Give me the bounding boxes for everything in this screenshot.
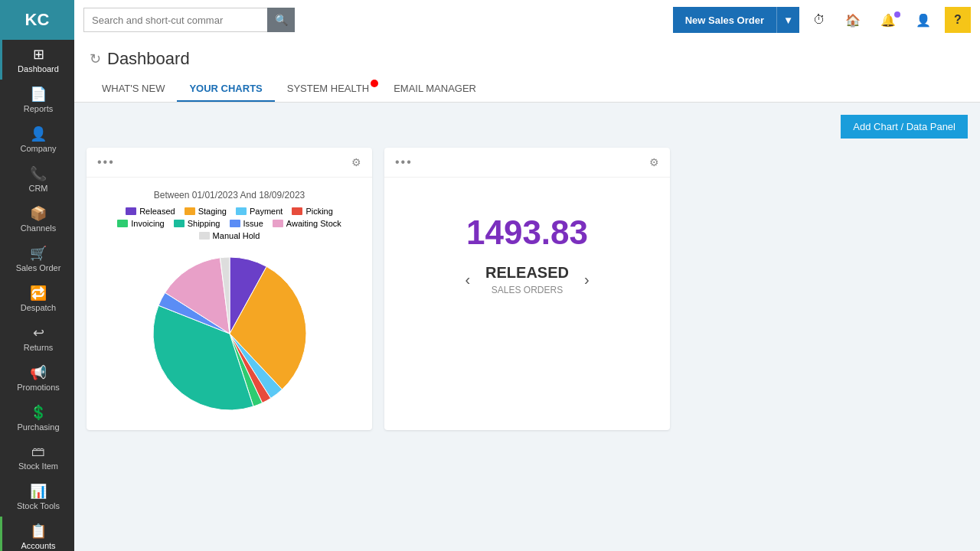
pie-chart-header: ••• ⚙ (87, 148, 372, 178)
stats-card-header: ••• ⚙ (384, 148, 670, 178)
stock-tools-icon: 📊 (30, 483, 47, 500)
sidebar-item-returns[interactable]: ↩ Returns (0, 318, 74, 358)
legend-label: Released (139, 207, 175, 216)
notification-badge (894, 11, 900, 18)
search-button[interactable]: 🔍 (267, 8, 295, 32)
page-title: Dashboard (107, 49, 190, 69)
sidebar-item-promotions[interactable]: 📢 Promotions (0, 358, 74, 398)
user-button[interactable]: 👤 (910, 10, 937, 31)
legend-label: Picking (305, 207, 332, 216)
home-button[interactable]: 🏠 (839, 10, 867, 31)
tab-email-manager[interactable]: EMAIL MANAGER (381, 77, 488, 102)
legend-label: Issue (243, 219, 263, 228)
sidebar-item-label: CRM (28, 184, 47, 193)
legend-label: Payment (250, 207, 283, 216)
new-sales-order-dropdown-button[interactable]: ▼ (776, 7, 799, 33)
sidebar-item-label: Sales Order (16, 263, 61, 272)
tabs: WHAT'S NEW YOUR CHARTS SYSTEM HEALTH EMA… (90, 77, 965, 102)
dashboard-icon: ⊞ (33, 46, 44, 63)
stats-title: RELEASED (485, 264, 569, 282)
sidebar-item-label: Reports (24, 104, 54, 113)
search-icon: 🔍 (275, 14, 288, 26)
sidebar-item-stock-item[interactable]: 🗃 Stock Item (0, 438, 74, 477)
dashboard-content: Add Chart / Data Panel ••• ⚙ Between 01/… (74, 103, 980, 442)
sidebar-item-crm[interactable]: 📞 CRM (0, 159, 74, 199)
accounts-icon: 📋 (30, 523, 47, 540)
page-header: ↻ Dashboard WHAT'S NEW YOUR CHARTS SYSTE… (74, 40, 980, 103)
legend-item: Invoicing (117, 219, 164, 228)
charts-grid: ••• ⚙ Between 01/01/2023 And 18/09/2023 … (87, 148, 968, 430)
sidebar-item-label: Promotions (17, 383, 60, 392)
chevron-down-icon: ▼ (783, 15, 793, 26)
legend-item: Manual Hold (199, 231, 260, 240)
sidebar-item-label: Channels (21, 223, 56, 233)
pie-chart-menu-button[interactable]: ••• (97, 155, 115, 169)
legend-item: Shipping (174, 219, 220, 228)
search-input[interactable] (83, 8, 267, 32)
notification-button[interactable]: 🔔 (874, 10, 902, 31)
sidebar-item-stock-tools[interactable]: 📊 Stock Tools (0, 477, 74, 517)
stats-label: RELEASED SALES ORDERS (485, 264, 569, 295)
timer-icon: ⏱ (813, 13, 825, 27)
home-icon: 🏠 (845, 13, 861, 28)
legend-label: Shipping (188, 219, 220, 228)
logo[interactable]: KC (0, 0, 74, 40)
stats-subtitle: SALES ORDERS (485, 285, 569, 295)
content-area: Add Chart / Data Panel ••• ⚙ Between 01/… (74, 103, 980, 551)
legend-item: Payment (236, 207, 283, 216)
bell-icon: 🔔 (880, 13, 896, 28)
stats-card-settings-button[interactable]: ⚙ (649, 156, 659, 168)
pie-date-range: Between 01/01/2023 And 18/09/2023 (99, 190, 360, 201)
timer-button[interactable]: ⏱ (807, 10, 831, 30)
purchasing-icon: 💲 (30, 404, 47, 421)
page-title-row: ↻ Dashboard (90, 49, 965, 69)
sidebar-item-label: Accounts (21, 541, 55, 550)
main-area: 🔍 New Sales Order ▼ ⏱ 🏠 🔔 👤 ? ↻ Dashboa (74, 0, 980, 551)
pie-chart-svg (145, 249, 314, 418)
sidebar-item-sales-order[interactable]: 🛒 Sales Order (0, 239, 74, 279)
legend-color-swatch (292, 207, 302, 215)
company-icon: 👤 (30, 126, 47, 142)
sidebar-item-label: Company (20, 144, 56, 153)
legend-item: Picking (292, 207, 332, 216)
legend-color-swatch (117, 220, 128, 227)
sidebar-item-label: Stock Tools (17, 501, 60, 510)
sidebar-item-company[interactable]: 👤 Company (0, 119, 74, 159)
legend-color-swatch (174, 220, 185, 227)
sidebar-item-purchasing[interactable]: 💲 Purchasing (0, 398, 74, 438)
legend-label: Staging (198, 207, 227, 216)
sidebar: KC ⊞ Dashboard 📄 Reports 👤 Company 📞 CRM… (0, 0, 74, 551)
tab-system-health[interactable]: SYSTEM HEALTH (275, 77, 381, 102)
legend-label: Awaiting Stock (286, 219, 341, 228)
stats-next-button[interactable]: › (584, 271, 590, 289)
legend-label: Manual Hold (213, 231, 260, 240)
legend-color-swatch (199, 232, 210, 240)
stats-card: ••• ⚙ 1493.83 ‹ RELEASED SALES ORDERS › (384, 148, 670, 430)
stats-prev-button[interactable]: ‹ (465, 271, 470, 289)
pie-svg-wrapper (99, 249, 360, 418)
add-chart-button[interactable]: Add Chart / Data Panel (841, 115, 968, 139)
stats-nav: ‹ RELEASED SALES ORDERS › (465, 264, 589, 295)
sidebar-item-despatch[interactable]: 🔁 Despatch (0, 279, 74, 318)
promotions-icon: 📢 (30, 364, 47, 381)
pie-chart-settings-button[interactable]: ⚙ (351, 156, 361, 168)
help-button[interactable]: ? (945, 7, 971, 33)
refresh-icon: ↻ (90, 51, 101, 67)
stats-card-body: 1493.83 ‹ RELEASED SALES ORDERS › (384, 178, 670, 331)
new-sales-order-group: New Sales Order ▼ (673, 7, 799, 33)
channels-icon: 📦 (30, 205, 47, 222)
topbar: 🔍 New Sales Order ▼ ⏱ 🏠 🔔 👤 ? (74, 0, 980, 40)
legend-item: Staging (185, 207, 227, 216)
pie-chart-card: ••• ⚙ Between 01/01/2023 And 18/09/2023 … (87, 148, 372, 430)
tab-your-charts[interactable]: YOUR CHARTS (177, 77, 274, 102)
sidebar-item-accounts[interactable]: 📋 Accounts (0, 517, 74, 551)
despatch-icon: 🔁 (30, 285, 47, 302)
new-sales-order-button[interactable]: New Sales Order (673, 7, 776, 33)
stats-value: 1493.83 (466, 214, 588, 252)
sidebar-item-dashboard[interactable]: ⊞ Dashboard (0, 40, 74, 80)
tab-whats-new[interactable]: WHAT'S NEW (90, 77, 177, 102)
sidebar-item-reports[interactable]: 📄 Reports (0, 80, 74, 119)
sidebar-item-channels[interactable]: 📦 Channels (0, 199, 74, 239)
pie-chart-container: Between 01/01/2023 And 18/09/2023 Releas… (99, 190, 360, 418)
stats-card-menu-button[interactable]: ••• (395, 155, 413, 169)
